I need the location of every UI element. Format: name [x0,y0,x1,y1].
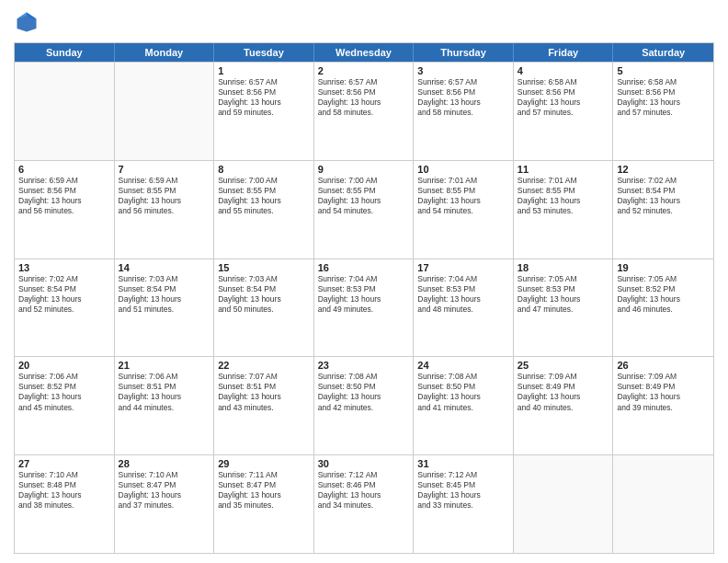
day-cell-12: 12Sunrise: 7:02 AMSunset: 8:54 PMDayligh… [613,161,713,259]
day-number: 6 [18,164,110,175]
day-cell-30: 30Sunrise: 7:12 AMSunset: 8:46 PMDayligh… [314,455,415,553]
logo [14,9,43,35]
day-number: 25 [518,360,609,371]
weekday-header-thursday: Thursday [414,43,514,62]
day-cell-7: 7Sunrise: 6:59 AMSunset: 8:55 PMDaylight… [115,161,215,259]
day-cell-26: 26Sunrise: 7:09 AMSunset: 8:49 PMDayligh… [613,357,713,454]
day-info: Sunrise: 7:01 AMSunset: 8:55 PMDaylight:… [417,176,509,216]
day-cell-2: 2Sunrise: 6:57 AMSunset: 8:56 PMDaylight… [314,63,415,160]
day-number: 2 [318,65,410,76]
day-number: 20 [18,360,110,371]
header [14,9,714,35]
calendar-row-4: 27Sunrise: 7:10 AMSunset: 8:48 PMDayligh… [15,454,713,553]
day-cell-9: 9Sunrise: 7:00 AMSunset: 8:55 PMDaylight… [314,161,415,259]
weekday-header-saturday: Saturday [613,43,713,62]
day-info: Sunrise: 7:07 AMSunset: 8:51 PMDaylight:… [218,372,310,412]
day-cell-18: 18Sunrise: 7:05 AMSunset: 8:53 PMDayligh… [514,259,614,357]
day-info: Sunrise: 6:58 AMSunset: 8:56 PMDaylight:… [617,77,710,118]
day-info: Sunrise: 6:57 AMSunset: 8:56 PMDaylight:… [318,77,410,118]
day-cell-21: 21Sunrise: 7:06 AMSunset: 8:51 PMDayligh… [115,357,215,454]
day-cell-31: 31Sunrise: 7:12 AMSunset: 8:45 PMDayligh… [414,455,514,553]
day-info: Sunrise: 7:06 AMSunset: 8:52 PMDaylight:… [18,372,110,412]
day-number: 19 [617,262,710,273]
day-cell-13: 13Sunrise: 7:02 AMSunset: 8:54 PMDayligh… [15,259,115,357]
day-cell-29: 29Sunrise: 7:11 AMSunset: 8:47 PMDayligh… [214,455,314,553]
calendar: SundayMondayTuesdayWednesdayThursdayFrid… [14,42,714,554]
day-info: Sunrise: 7:10 AMSunset: 8:48 PMDaylight:… [18,470,110,511]
day-info: Sunrise: 6:57 AMSunset: 8:56 PMDaylight:… [417,77,509,118]
weekday-header-tuesday: Tuesday [214,43,314,62]
day-info: Sunrise: 7:09 AMSunset: 8:49 PMDaylight:… [518,372,609,412]
day-cell-10: 10Sunrise: 7:01 AMSunset: 8:55 PMDayligh… [414,161,514,259]
day-info: Sunrise: 6:58 AMSunset: 8:56 PMDaylight:… [518,77,609,118]
day-cell-19: 19Sunrise: 7:05 AMSunset: 8:52 PMDayligh… [613,259,713,357]
day-info: Sunrise: 6:59 AMSunset: 8:56 PMDaylight:… [18,176,110,216]
day-number: 17 [417,262,509,273]
day-cell-25: 25Sunrise: 7:09 AMSunset: 8:49 PMDayligh… [514,357,614,454]
day-number: 9 [318,164,410,175]
day-number: 31 [417,458,509,469]
day-number: 23 [318,360,410,371]
day-cell-11: 11Sunrise: 7:01 AMSunset: 8:55 PMDayligh… [514,161,614,259]
day-info: Sunrise: 7:02 AMSunset: 8:54 PMDaylight:… [617,176,710,216]
day-number: 29 [218,458,310,469]
day-info: Sunrise: 7:12 AMSunset: 8:45 PMDaylight:… [417,470,509,511]
weekday-header-wednesday: Wednesday [314,43,415,62]
day-cell-15: 15Sunrise: 7:03 AMSunset: 8:54 PMDayligh… [214,259,314,357]
day-info: Sunrise: 7:05 AMSunset: 8:53 PMDaylight:… [518,274,609,315]
day-number: 22 [218,360,310,371]
day-info: Sunrise: 7:12 AMSunset: 8:46 PMDaylight:… [318,470,410,511]
day-cell-16: 16Sunrise: 7:04 AMSunset: 8:53 PMDayligh… [314,259,415,357]
day-number: 27 [18,458,110,469]
day-cell-4: 4Sunrise: 6:58 AMSunset: 8:56 PMDaylight… [514,63,614,160]
day-number: 21 [119,360,210,371]
page: SundayMondayTuesdayWednesdayThursdayFrid… [0,0,728,563]
day-number: 24 [417,360,509,371]
day-cell-3: 3Sunrise: 6:57 AMSunset: 8:56 PMDaylight… [414,63,514,160]
day-cell-28: 28Sunrise: 7:10 AMSunset: 8:47 PMDayligh… [115,455,215,553]
day-number: 16 [318,262,410,273]
day-number: 14 [119,262,210,273]
day-info: Sunrise: 6:57 AMSunset: 8:56 PMDaylight:… [218,77,310,118]
weekday-header-friday: Friday [514,43,614,62]
day-info: Sunrise: 7:08 AMSunset: 8:50 PMDaylight:… [417,372,509,412]
day-number: 18 [518,262,609,273]
day-info: Sunrise: 7:00 AMSunset: 8:55 PMDaylight:… [318,176,410,216]
weekday-header-sunday: Sunday [15,43,115,62]
day-info: Sunrise: 7:03 AMSunset: 8:54 PMDaylight:… [218,274,310,315]
day-cell-8: 8Sunrise: 7:00 AMSunset: 8:55 PMDaylight… [214,161,314,259]
day-number: 15 [218,262,310,273]
day-cell-22: 22Sunrise: 7:07 AMSunset: 8:51 PMDayligh… [214,357,314,454]
calendar-body: 1Sunrise: 6:57 AMSunset: 8:56 PMDaylight… [15,62,713,553]
day-info: Sunrise: 7:06 AMSunset: 8:51 PMDaylight:… [119,372,210,412]
day-number: 8 [218,164,310,175]
day-number: 10 [417,164,509,175]
day-cell-17: 17Sunrise: 7:04 AMSunset: 8:53 PMDayligh… [414,259,514,357]
day-cell-20: 20Sunrise: 7:06 AMSunset: 8:52 PMDayligh… [15,357,115,454]
day-info: Sunrise: 7:09 AMSunset: 8:49 PMDaylight:… [617,372,710,412]
calendar-row-0: 1Sunrise: 6:57 AMSunset: 8:56 PMDaylight… [15,62,713,160]
day-number: 4 [518,65,609,76]
calendar-row-2: 13Sunrise: 7:02 AMSunset: 8:54 PMDayligh… [15,259,713,357]
day-number: 30 [318,458,410,469]
calendar-row-3: 20Sunrise: 7:06 AMSunset: 8:52 PMDayligh… [15,356,713,454]
empty-cell-0-1 [115,63,215,160]
day-info: Sunrise: 7:01 AMSunset: 8:55 PMDaylight:… [518,176,609,216]
day-info: Sunrise: 7:00 AMSunset: 8:55 PMDaylight:… [218,176,310,216]
empty-cell-4-6 [613,455,713,553]
day-number: 12 [617,164,710,175]
day-cell-27: 27Sunrise: 7:10 AMSunset: 8:48 PMDayligh… [15,455,115,553]
empty-cell-0-0 [15,63,115,160]
day-cell-24: 24Sunrise: 7:08 AMSunset: 8:50 PMDayligh… [414,357,514,454]
day-info: Sunrise: 6:59 AMSunset: 8:55 PMDaylight:… [119,176,210,216]
day-info: Sunrise: 7:10 AMSunset: 8:47 PMDaylight:… [119,470,210,511]
day-cell-14: 14Sunrise: 7:03 AMSunset: 8:54 PMDayligh… [115,259,215,357]
day-cell-6: 6Sunrise: 6:59 AMSunset: 8:56 PMDaylight… [15,161,115,259]
calendar-row-1: 6Sunrise: 6:59 AMSunset: 8:56 PMDaylight… [15,160,713,259]
day-info: Sunrise: 7:05 AMSunset: 8:52 PMDaylight:… [617,274,710,315]
day-cell-1: 1Sunrise: 6:57 AMSunset: 8:56 PMDaylight… [214,63,314,160]
day-info: Sunrise: 7:11 AMSunset: 8:47 PMDaylight:… [218,470,310,511]
day-info: Sunrise: 7:04 AMSunset: 8:53 PMDaylight:… [417,274,509,315]
day-number: 3 [417,65,509,76]
day-number: 26 [617,360,710,371]
